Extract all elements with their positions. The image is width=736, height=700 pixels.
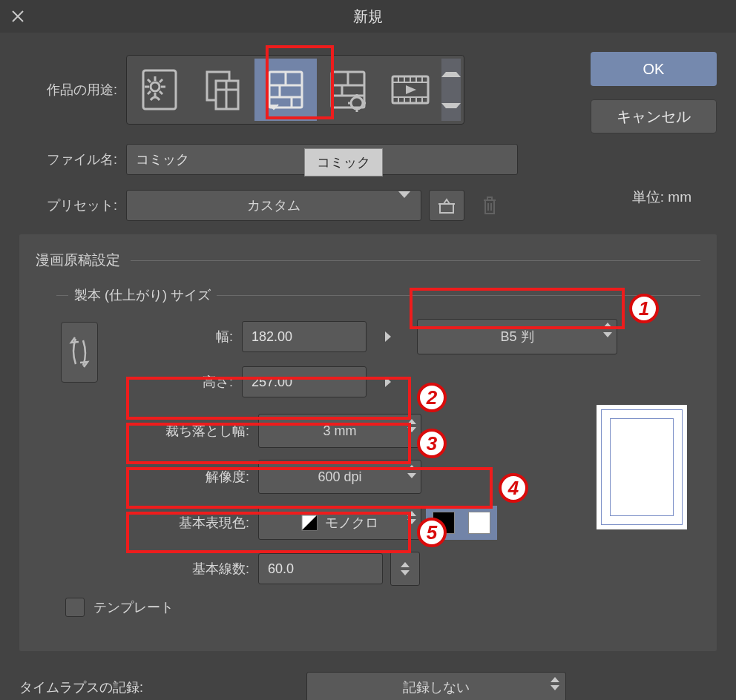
dialog-title: 新規 (0, 7, 736, 27)
color-mode-select[interactable]: モノクロ (258, 506, 421, 540)
chevron-right-icon (385, 377, 391, 387)
panel-title: 漫画原稿設定 (36, 251, 120, 270)
annotation-number-3: 3 (417, 429, 447, 458)
svg-point-1 (151, 82, 160, 91)
use-illustration-icon[interactable] (130, 59, 192, 121)
cancel-button[interactable]: キャンセル (591, 99, 717, 133)
save-icon (437, 197, 456, 214)
use-comic-icon[interactable] (254, 59, 317, 121)
bleed-label: 裁ち落とし幅: (36, 422, 258, 440)
file-label: ファイル名: (19, 151, 126, 168)
close-button[interactable] (9, 7, 27, 25)
use-icon-group (126, 55, 464, 125)
lines-stepper[interactable] (390, 552, 420, 586)
binding-title: 製本 (仕上がり) サイズ (74, 286, 211, 304)
height-apply-button[interactable] (374, 366, 402, 397)
ok-button[interactable]: OK (591, 52, 717, 86)
tooltip: コミック (304, 148, 383, 176)
preset-label: プリセット: (19, 197, 126, 214)
height-label: 高さ: (98, 373, 242, 391)
titlebar: 新規 (0, 0, 736, 33)
use-print-icon[interactable] (317, 59, 379, 121)
bleed-input[interactable]: 3 mm (258, 414, 421, 448)
width-apply-button[interactable] (374, 321, 402, 352)
resolution-input[interactable]: 600 dpi (258, 460, 421, 494)
use-animation-icon[interactable] (379, 59, 441, 121)
color-label: 基本表現色: (36, 514, 258, 532)
timelapse-label: タイムラプスの記録: (19, 678, 143, 696)
timelapse-select[interactable]: 記録しない (306, 672, 566, 700)
preset-select[interactable]: カスタム (126, 190, 421, 221)
resolution-label: 解像度: (36, 468, 258, 486)
width-label: 幅: (98, 328, 242, 346)
lines-input[interactable]: 60.0 (258, 553, 383, 584)
delete-preset-button[interactable] (472, 190, 507, 221)
lines-label: 基本線数: (36, 560, 258, 578)
width-input[interactable]: 182.00 (242, 321, 367, 352)
canvas-preview (597, 405, 687, 529)
template-checkbox[interactable] (65, 598, 85, 617)
orientation-swap-button[interactable] (61, 322, 98, 383)
chevron-down-icon (398, 191, 410, 213)
trash-icon (482, 196, 498, 215)
save-preset-button[interactable] (429, 190, 464, 221)
use-webtoon-icon[interactable] (192, 59, 254, 121)
annotation-number-4: 4 (499, 473, 528, 503)
annotation-number-1: 1 (629, 294, 659, 323)
size-preset-select[interactable]: B5 判 (417, 319, 617, 354)
color-white-swatch[interactable] (461, 506, 497, 540)
use-label: 作品の用途: (19, 81, 126, 99)
monochrome-icon (301, 515, 318, 531)
swap-icon (68, 331, 91, 373)
chevron-right-icon (385, 331, 391, 342)
use-stepper[interactable] (441, 59, 461, 121)
template-label: テンプレート (93, 598, 174, 616)
close-icon (11, 10, 24, 23)
annotation-number-2: 2 (417, 383, 447, 412)
height-input[interactable]: 257.00 (242, 366, 367, 397)
annotation-number-5: 5 (417, 518, 447, 547)
unit-display: 単位: mm (632, 188, 691, 207)
